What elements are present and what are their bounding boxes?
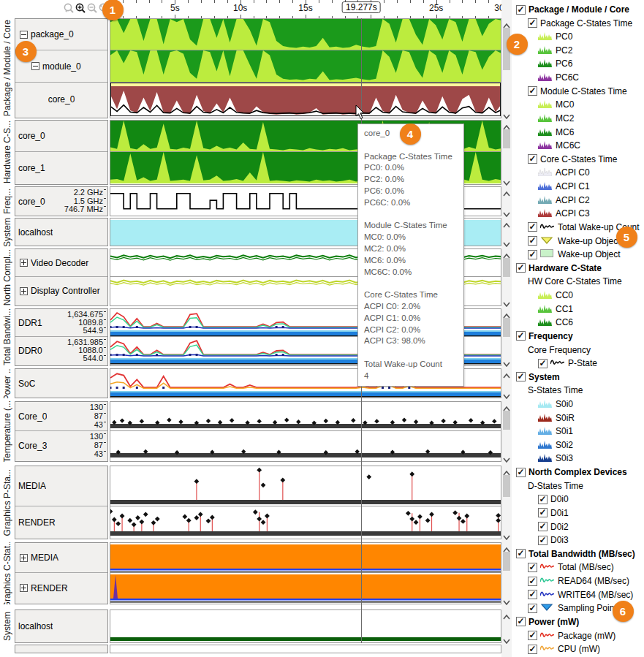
zoom-undo-icon[interactable] bbox=[63, 2, 75, 15]
legend-item-write64-mb-sec[interactable]: ✓WRITE64 (MB/sec) bbox=[528, 588, 633, 601]
legend-item-hardware-c-state[interactable]: ✓Hardware C-State bbox=[516, 262, 602, 275]
scroll-up-button[interactable] bbox=[503, 311, 510, 316]
chart-row-package-0[interactable] bbox=[110, 19, 501, 50]
scroll-up-button[interactable] bbox=[503, 544, 510, 550]
checkbox[interactable]: ✓ bbox=[538, 359, 548, 368]
scroll-down-button[interactable] bbox=[503, 209, 510, 214]
sidebar-row-media[interactable]: MEDIA bbox=[15, 543, 107, 573]
sidebar-row-core-1[interactable]: core_1 bbox=[15, 152, 107, 183]
legend-item-d0i3[interactable]: ✓D0i3 bbox=[538, 533, 569, 547]
timeline-ruler[interactable]: 5s10s15s25s30s19.277s bbox=[110, 0, 501, 18]
scroll-thumb[interactable] bbox=[503, 258, 510, 277]
scroll-down-button[interactable] bbox=[503, 178, 510, 183]
scroll-up-button[interactable] bbox=[503, 20, 510, 26]
sidebar-row-ddr1[interactable]: DDR11,634.6751089.8544.9 bbox=[15, 309, 107, 337]
sidebar-row-render[interactable]: RENDER bbox=[15, 506, 107, 538]
expand-icon[interactable] bbox=[20, 287, 28, 295]
checkbox[interactable]: ✓ bbox=[528, 250, 537, 259]
legend-item-module-c-states-time[interactable]: ✓Module C-States Time bbox=[528, 85, 627, 98]
checkbox[interactable]: ✓ bbox=[528, 222, 537, 232]
checkbox[interactable]: ✓ bbox=[528, 154, 537, 164]
scroll-down-button[interactable] bbox=[503, 299, 510, 304]
sidebar-row-render[interactable]: RENDER bbox=[15, 573, 107, 603]
checkbox[interactable]: ✓ bbox=[516, 5, 526, 15]
sidebar-row-core-3[interactable]: Core_31308743 bbox=[15, 431, 107, 460]
collapse-icon[interactable] bbox=[20, 31, 28, 39]
scroll-up-button[interactable] bbox=[503, 403, 510, 409]
checkbox[interactable]: ✓ bbox=[538, 508, 548, 517]
checkbox[interactable]: ✓ bbox=[528, 236, 537, 246]
expand-icon[interactable] bbox=[20, 259, 28, 267]
chart-row-core-3[interactable] bbox=[110, 431, 501, 460]
sidebar-row-media[interactable]: MEDIA bbox=[15, 466, 107, 506]
scroll-down-button[interactable] bbox=[503, 391, 510, 396]
scroll-down-button[interactable] bbox=[503, 636, 510, 641]
legend-item-power-mw[interactable]: ✓Power (mW) bbox=[516, 615, 579, 628]
legend-item-total-mb-sec[interactable]: ✓Total (MB/sec) bbox=[528, 561, 614, 574]
legend-item-frequency[interactable]: ✓Frequency bbox=[516, 330, 573, 343]
zoom-in-icon[interactable] bbox=[75, 2, 87, 15]
checkbox[interactable]: ✓ bbox=[516, 549, 526, 558]
legend-item-d0i1[interactable]: ✓D0i1 bbox=[538, 506, 569, 520]
chart-row-module-0[interactable] bbox=[110, 50, 501, 83]
scroll-up-button[interactable] bbox=[503, 220, 510, 225]
chart-row-render[interactable] bbox=[110, 506, 501, 538]
scroll-thumb[interactable] bbox=[503, 411, 510, 430]
legend-item-system[interactable]: ✓System bbox=[516, 371, 560, 384]
checkbox[interactable]: ✓ bbox=[528, 18, 537, 28]
chart-row-core-0[interactable] bbox=[110, 402, 501, 431]
scroll-thumb[interactable] bbox=[503, 318, 510, 337]
scroll-up-button[interactable] bbox=[503, 612, 510, 617]
sidebar-row-core-0[interactable]: Core_01308743 bbox=[15, 402, 107, 431]
scroll-down-button[interactable] bbox=[503, 239, 510, 244]
chart-row-localhost[interactable] bbox=[110, 610, 501, 642]
checkbox[interactable]: ✓ bbox=[528, 563, 537, 572]
scroll-down-button[interactable] bbox=[503, 455, 510, 460]
sidebar-row-display-controller[interactable]: Display Controller bbox=[15, 277, 107, 305]
legend-item-north-complex-devices[interactable]: ✓North Complex Devices bbox=[516, 466, 627, 479]
checkbox[interactable]: ✓ bbox=[528, 645, 537, 654]
scroll-up-button[interactable] bbox=[503, 468, 510, 473]
legend-item-d0i0[interactable]: ✓D0i0 bbox=[538, 493, 569, 506]
zoom-out-icon[interactable] bbox=[86, 2, 99, 15]
checkbox[interactable]: ✓ bbox=[528, 590, 537, 599]
scroll-up-button[interactable] bbox=[503, 251, 510, 256]
scroll-down-button[interactable] bbox=[503, 597, 510, 602]
checkbox[interactable]: ✓ bbox=[516, 263, 526, 273]
legend-item-read64-mb-sec[interactable]: ✓READ64 (MB/sec) bbox=[528, 574, 629, 588]
checkbox[interactable]: ✓ bbox=[538, 495, 548, 504]
scroll-up-button[interactable] bbox=[503, 371, 510, 376]
legend-item-cpu-mw[interactable]: ✓CPU (mW) bbox=[528, 642, 600, 656]
checkbox[interactable]: ✓ bbox=[516, 331, 526, 341]
cursor-time-badge[interactable]: 19.277s bbox=[342, 1, 381, 13]
collapse-icon[interactable] bbox=[31, 62, 39, 70]
legend-item-d0i2[interactable]: ✓D0i2 bbox=[538, 520, 569, 533]
sidebar-row-core-0[interactable]: core_0 bbox=[15, 121, 107, 152]
legend-item-package-mw[interactable]: ✓Package (mW) bbox=[528, 629, 615, 642]
legend-item-package-c-states-time[interactable]: ✓Package C-States Time bbox=[528, 17, 632, 30]
sidebar-row-core-0[interactable]: core_02.2 GHz1.5 GHz746.7 MHz bbox=[15, 187, 107, 216]
sidebar-row-soc[interactable]: SoC bbox=[15, 369, 107, 398]
legend-item-wake-up-object[interactable]: ✓Wake-up Object bbox=[528, 248, 621, 261]
legend-item-sampling-points[interactable]: ✓Sampling Points bbox=[528, 601, 621, 615]
checkbox[interactable]: ✓ bbox=[538, 536, 548, 545]
scroll-down-button[interactable] bbox=[503, 359, 510, 364]
checkbox[interactable]: ✓ bbox=[528, 631, 537, 640]
legend-item-wake-up-object[interactable]: ✓Wake-up Object bbox=[528, 235, 621, 248]
scroll-thumb[interactable] bbox=[503, 475, 510, 497]
expand-icon[interactable] bbox=[20, 554, 28, 562]
sidebar-row-localhost[interactable]: localhost bbox=[15, 219, 107, 246]
legend-item-package-module-core[interactable]: ✓Package / Module / Core bbox=[516, 3, 629, 16]
sidebar-row-video-decoder[interactable]: Video Decoder bbox=[15, 249, 107, 277]
checkbox[interactable]: ✓ bbox=[516, 617, 526, 626]
scroll-down-button[interactable] bbox=[503, 111, 510, 116]
scroll-down-button[interactable] bbox=[503, 532, 510, 537]
chart-row-media[interactable] bbox=[110, 466, 501, 506]
sidebar-row-localhost[interactable]: localhost bbox=[15, 610, 107, 642]
chart-row-media[interactable] bbox=[110, 543, 501, 573]
sidebar-row-core-0[interactable]: core_0 bbox=[15, 83, 107, 116]
checkbox[interactable]: ✓ bbox=[528, 604, 537, 613]
expand-icon[interactable] bbox=[20, 584, 28, 592]
checkbox[interactable]: ✓ bbox=[528, 86, 537, 96]
legend-item-core-c-states-time[interactable]: ✓Core C-States Time bbox=[528, 153, 617, 166]
